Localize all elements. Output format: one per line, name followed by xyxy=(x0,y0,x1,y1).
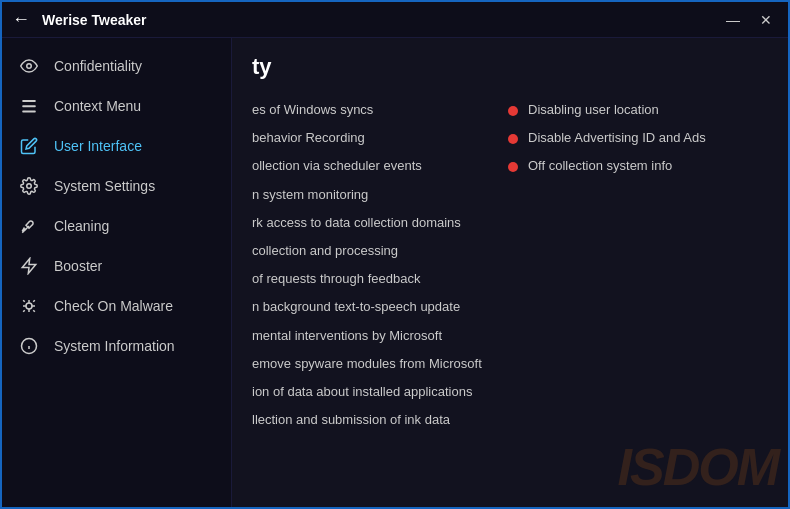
svg-point-0 xyxy=(27,64,32,69)
right-list-item: Off collection system info xyxy=(508,152,768,180)
sidebar: Confidentiality Context Menu xyxy=(2,38,232,507)
sidebar-label-check-on-malware: Check On Malware xyxy=(54,298,173,314)
sidebar-label-system-information: System Information xyxy=(54,338,175,354)
window-controls: — ✕ xyxy=(720,10,778,30)
svg-marker-5 xyxy=(22,259,36,274)
main-content-area: ty es of Windows syncs behavior Recordin… xyxy=(232,38,788,507)
left-column: es of Windows syncs behavior Recording o… xyxy=(252,96,488,434)
main-layout: Confidentiality Context Menu xyxy=(2,38,788,507)
list-item: rk access to data collection domains xyxy=(252,209,488,237)
list-item: emove spyware modules from Microsoft xyxy=(252,350,488,378)
right-item-label: Disabling user location xyxy=(528,101,659,119)
watermark: ISDOM xyxy=(618,437,778,497)
context-menu-icon xyxy=(18,97,40,115)
broom-icon xyxy=(18,217,40,235)
right-column: Disabling user location Disable Advertis… xyxy=(508,96,768,434)
list-item: mental interventions by Microsoft xyxy=(252,322,488,350)
right-item-label: Disable Advertising ID and Ads xyxy=(528,129,706,147)
list-item: of requests through feedback xyxy=(252,265,488,293)
info-icon xyxy=(18,337,40,355)
sidebar-label-booster: Booster xyxy=(54,258,102,274)
sidebar-item-context-menu[interactable]: Context Menu xyxy=(2,86,231,126)
app-title: Werise Tweaker xyxy=(42,12,720,28)
list-item: n system monitoring xyxy=(252,181,488,209)
sidebar-label-user-interface: User Interface xyxy=(54,138,142,154)
title-bar: ← Werise Tweaker — ✕ xyxy=(2,2,788,38)
close-button[interactable]: ✕ xyxy=(754,10,778,30)
list-item: ion of data about installed applications xyxy=(252,378,488,406)
svg-rect-3 xyxy=(22,111,36,113)
sidebar-item-system-settings[interactable]: System Settings xyxy=(2,166,231,206)
status-dot xyxy=(508,106,518,116)
content-layout: es of Windows syncs behavior Recording o… xyxy=(252,96,768,434)
sidebar-item-cleaning[interactable]: Cleaning xyxy=(2,206,231,246)
sidebar-item-check-on-malware[interactable]: Check On Malware xyxy=(2,286,231,326)
gear-icon xyxy=(18,177,40,195)
sidebar-item-confidentiality[interactable]: Confidentiality xyxy=(2,46,231,86)
list-item: llection and submission of ink data xyxy=(252,406,488,434)
list-item: ollection via scheduler events xyxy=(252,152,488,180)
svg-rect-1 xyxy=(22,100,36,102)
svg-point-6 xyxy=(26,303,32,309)
minimize-button[interactable]: — xyxy=(720,10,746,30)
list-item: es of Windows syncs xyxy=(252,96,488,124)
list-item: collection and processing xyxy=(252,237,488,265)
status-dot xyxy=(508,162,518,172)
app-window: ← Werise Tweaker — ✕ Confidentiality xyxy=(0,0,790,509)
status-dot xyxy=(508,134,518,144)
pencil-icon xyxy=(18,137,40,155)
sidebar-label-system-settings: System Settings xyxy=(54,178,155,194)
sidebar-label-cleaning: Cleaning xyxy=(54,218,109,234)
sidebar-item-user-interface[interactable]: User Interface xyxy=(2,126,231,166)
svg-point-4 xyxy=(27,184,32,189)
back-button[interactable]: ← xyxy=(12,9,30,30)
sidebar-label-confidentiality: Confidentiality xyxy=(54,58,142,74)
right-list-item: Disabling user location xyxy=(508,96,768,124)
eye-icon xyxy=(18,57,40,75)
sidebar-item-system-information[interactable]: System Information xyxy=(2,326,231,366)
booster-icon xyxy=(18,257,40,275)
svg-rect-2 xyxy=(22,105,36,107)
bug-icon xyxy=(18,297,40,315)
sidebar-label-context-menu: Context Menu xyxy=(54,98,141,114)
list-item: behavior Recording xyxy=(252,124,488,152)
right-list-item: Disable Advertising ID and Ads xyxy=(508,124,768,152)
sidebar-item-booster[interactable]: Booster xyxy=(2,246,231,286)
page-title: ty xyxy=(252,54,768,80)
right-item-label: Off collection system info xyxy=(528,157,672,175)
list-item: n background text-to-speech update xyxy=(252,293,488,321)
